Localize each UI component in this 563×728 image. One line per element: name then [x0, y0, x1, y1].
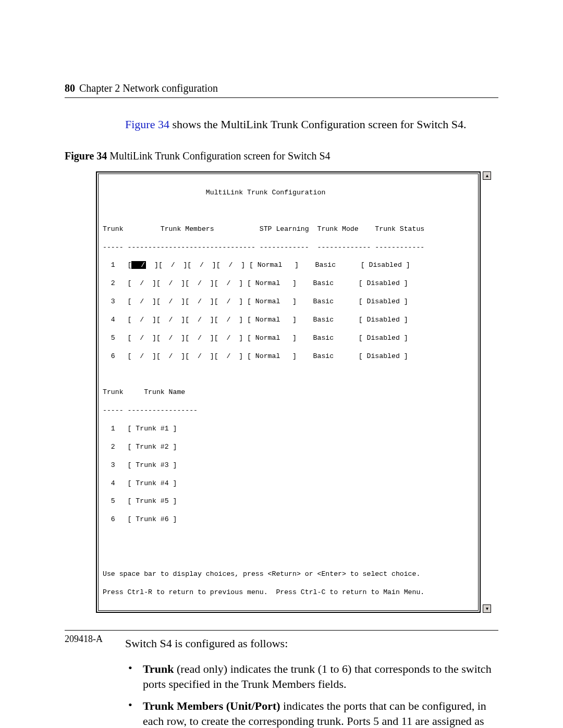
definition: (read only) indicates the trunk (1 to 6)… — [143, 662, 492, 690]
cursor-selection[interactable]: / — [131, 261, 146, 269]
page-footer: 209418-A — [65, 630, 498, 645]
terminal-blank — [103, 533, 474, 542]
term: Trunk Members (Unit/Port) — [143, 699, 280, 712]
help-line: Use space bar to display choices, press … — [103, 570, 474, 578]
terminal-rule: ----- ----------------- — [103, 406, 474, 415]
bullet-list: Trunk (read only) indicates the trunk (1… — [125, 661, 498, 728]
figure-crossref-link[interactable]: Figure 34 — [125, 118, 169, 131]
table-row: 1 [ / ][ / ][ / ][ / ] [ Normal ] Basic … — [103, 261, 474, 269]
table-row: 2 [ / ][ / ][ / ][ / ] [ Normal ] Basic … — [103, 279, 474, 288]
list-item: 4 [ Trunk #4 ] — [103, 479, 474, 488]
chapter-title: Chapter 2 Network configuration — [79, 82, 218, 94]
terminal-rule: ----- ------------------------------- --… — [103, 243, 474, 252]
scroll-down-icon[interactable]: ▾ — [483, 604, 491, 613]
intro-rest: shows the MultiLink Trunk Configuration … — [169, 118, 467, 131]
help-line: Press Ctrl-R to return to previous menu.… — [103, 588, 474, 597]
table-row: 4 [ / ][ / ][ / ][ / ] [ Normal ] Basic … — [103, 315, 474, 324]
terminal-blank — [103, 551, 474, 560]
trunk-name-header: Trunk Trunk Name — [103, 388, 474, 397]
term: Trunk — [143, 662, 174, 675]
scroll-up-icon[interactable]: ▴ — [483, 171, 491, 180]
table-row: 6 [ / ][ / ][ / ][ / ] [ Normal ] Basic … — [103, 352, 474, 361]
figure-title: MultiLink Trunk Configuration screen for… — [107, 150, 330, 162]
document-id: 209418-A — [65, 634, 103, 644]
figure-number: Figure 34 — [65, 150, 107, 162]
body-section: Switch S4 is configured as follows: Trun… — [125, 636, 498, 728]
terminal-outer-frame: MultiLink Trunk Configuration Trunk Trun… — [96, 171, 481, 613]
scrollbar[interactable]: ▴ ▾ — [482, 171, 492, 613]
list-item: 1 [ Trunk #1 ] — [103, 424, 474, 433]
list-item: 5 [ Trunk #5 ] — [103, 497, 474, 505]
list-item: Trunk (read only) indicates the trunk (1… — [125, 661, 498, 692]
terminal-content: MultiLink Trunk Configuration Trunk Trun… — [103, 179, 474, 606]
list-item: Trunk Members (Unit/Port) indicates the … — [125, 698, 498, 728]
terminal-blank — [103, 206, 474, 215]
list-item: 3 [ Trunk #3 ] — [103, 461, 474, 470]
terminal-blank — [103, 370, 474, 379]
table-row: 3 [ / ][ / ][ / ][ / ] [ Normal ] Basic … — [103, 297, 474, 306]
page-number: 80 — [65, 82, 75, 94]
terminal-figure: MultiLink Trunk Configuration Trunk Trun… — [96, 171, 492, 613]
terminal-inner-frame: MultiLink Trunk Configuration Trunk Trun… — [98, 174, 479, 611]
table-row: 5 [ / ][ / ][ / ][ / ] [ Normal ] Basic … — [103, 334, 474, 342]
figure-caption: Figure 34 MultiLink Trunk Configuration … — [65, 150, 498, 162]
list-item: 6 [ Trunk #6 ] — [103, 515, 474, 524]
intro-paragraph: Figure 34 shows the MultiLink Trunk Conf… — [125, 117, 498, 132]
list-item: 2 [ Trunk #2 ] — [103, 442, 474, 451]
page-header: 80 Chapter 2 Network configuration — [65, 82, 498, 98]
terminal-title: MultiLink Trunk Configuration — [103, 188, 474, 197]
terminal-column-headers: Trunk Trunk Members STP Learning Trunk M… — [103, 225, 474, 233]
